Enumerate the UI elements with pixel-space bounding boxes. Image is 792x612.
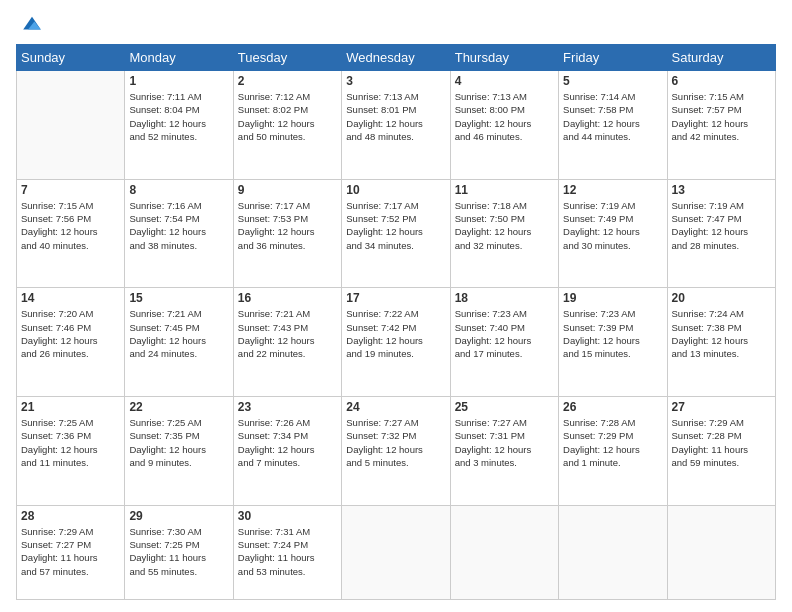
calendar-table: SundayMondayTuesdayWednesdayThursdayFrid…: [16, 44, 776, 600]
calendar-cell: 14Sunrise: 7:20 AM Sunset: 7:46 PM Dayli…: [17, 288, 125, 397]
calendar-cell: 26Sunrise: 7:28 AM Sunset: 7:29 PM Dayli…: [559, 397, 667, 506]
calendar-cell: 12Sunrise: 7:19 AM Sunset: 7:49 PM Dayli…: [559, 179, 667, 288]
calendar-cell: [559, 505, 667, 599]
calendar-cell: 2Sunrise: 7:12 AM Sunset: 8:02 PM Daylig…: [233, 71, 341, 180]
day-header: Monday: [125, 45, 233, 71]
calendar-cell: [17, 71, 125, 180]
day-info: Sunrise: 7:25 AM Sunset: 7:35 PM Dayligh…: [129, 416, 228, 469]
calendar-cell: [342, 505, 450, 599]
day-number: 19: [563, 291, 662, 305]
calendar-cell: 9Sunrise: 7:17 AM Sunset: 7:53 PM Daylig…: [233, 179, 341, 288]
day-number: 24: [346, 400, 445, 414]
day-number: 30: [238, 509, 337, 523]
day-info: Sunrise: 7:13 AM Sunset: 8:00 PM Dayligh…: [455, 90, 554, 143]
day-info: Sunrise: 7:13 AM Sunset: 8:01 PM Dayligh…: [346, 90, 445, 143]
week-row: 7Sunrise: 7:15 AM Sunset: 7:56 PM Daylig…: [17, 179, 776, 288]
day-header: Saturday: [667, 45, 775, 71]
calendar-cell: 27Sunrise: 7:29 AM Sunset: 7:28 PM Dayli…: [667, 397, 775, 506]
day-info: Sunrise: 7:15 AM Sunset: 7:56 PM Dayligh…: [21, 199, 120, 252]
day-info: Sunrise: 7:24 AM Sunset: 7:38 PM Dayligh…: [672, 307, 771, 360]
header: [16, 12, 776, 36]
day-number: 15: [129, 291, 228, 305]
calendar-cell: 28Sunrise: 7:29 AM Sunset: 7:27 PM Dayli…: [17, 505, 125, 599]
day-number: 16: [238, 291, 337, 305]
calendar-cell: 23Sunrise: 7:26 AM Sunset: 7:34 PM Dayli…: [233, 397, 341, 506]
calendar-cell: 29Sunrise: 7:30 AM Sunset: 7:25 PM Dayli…: [125, 505, 233, 599]
day-number: 23: [238, 400, 337, 414]
day-header: Wednesday: [342, 45, 450, 71]
day-number: 29: [129, 509, 228, 523]
day-number: 7: [21, 183, 120, 197]
day-info: Sunrise: 7:30 AM Sunset: 7:25 PM Dayligh…: [129, 525, 228, 578]
calendar-cell: 11Sunrise: 7:18 AM Sunset: 7:50 PM Dayli…: [450, 179, 558, 288]
calendar-cell: 5Sunrise: 7:14 AM Sunset: 7:58 PM Daylig…: [559, 71, 667, 180]
day-info: Sunrise: 7:29 AM Sunset: 7:28 PM Dayligh…: [672, 416, 771, 469]
calendar-cell: 1Sunrise: 7:11 AM Sunset: 8:04 PM Daylig…: [125, 71, 233, 180]
calendar-cell: 24Sunrise: 7:27 AM Sunset: 7:32 PM Dayli…: [342, 397, 450, 506]
day-number: 6: [672, 74, 771, 88]
day-info: Sunrise: 7:22 AM Sunset: 7:42 PM Dayligh…: [346, 307, 445, 360]
calendar-cell: 25Sunrise: 7:27 AM Sunset: 7:31 PM Dayli…: [450, 397, 558, 506]
calendar-cell: 7Sunrise: 7:15 AM Sunset: 7:56 PM Daylig…: [17, 179, 125, 288]
day-number: 8: [129, 183, 228, 197]
day-info: Sunrise: 7:16 AM Sunset: 7:54 PM Dayligh…: [129, 199, 228, 252]
day-info: Sunrise: 7:19 AM Sunset: 7:49 PM Dayligh…: [563, 199, 662, 252]
calendar-cell: 20Sunrise: 7:24 AM Sunset: 7:38 PM Dayli…: [667, 288, 775, 397]
calendar-cell: 19Sunrise: 7:23 AM Sunset: 7:39 PM Dayli…: [559, 288, 667, 397]
day-number: 28: [21, 509, 120, 523]
day-info: Sunrise: 7:29 AM Sunset: 7:27 PM Dayligh…: [21, 525, 120, 578]
day-number: 26: [563, 400, 662, 414]
day-info: Sunrise: 7:19 AM Sunset: 7:47 PM Dayligh…: [672, 199, 771, 252]
calendar-cell: 15Sunrise: 7:21 AM Sunset: 7:45 PM Dayli…: [125, 288, 233, 397]
day-number: 10: [346, 183, 445, 197]
day-number: 13: [672, 183, 771, 197]
calendar-cell: 17Sunrise: 7:22 AM Sunset: 7:42 PM Dayli…: [342, 288, 450, 397]
day-number: 12: [563, 183, 662, 197]
calendar-cell: 4Sunrise: 7:13 AM Sunset: 8:00 PM Daylig…: [450, 71, 558, 180]
day-header: Sunday: [17, 45, 125, 71]
day-info: Sunrise: 7:27 AM Sunset: 7:31 PM Dayligh…: [455, 416, 554, 469]
calendar-cell: 18Sunrise: 7:23 AM Sunset: 7:40 PM Dayli…: [450, 288, 558, 397]
day-info: Sunrise: 7:25 AM Sunset: 7:36 PM Dayligh…: [21, 416, 120, 469]
day-number: 20: [672, 291, 771, 305]
calendar-cell: 16Sunrise: 7:21 AM Sunset: 7:43 PM Dayli…: [233, 288, 341, 397]
calendar-cell: 10Sunrise: 7:17 AM Sunset: 7:52 PM Dayli…: [342, 179, 450, 288]
day-number: 9: [238, 183, 337, 197]
day-header: Thursday: [450, 45, 558, 71]
day-info: Sunrise: 7:27 AM Sunset: 7:32 PM Dayligh…: [346, 416, 445, 469]
calendar-cell: [667, 505, 775, 599]
day-info: Sunrise: 7:11 AM Sunset: 8:04 PM Dayligh…: [129, 90, 228, 143]
logo-icon: [20, 12, 44, 36]
week-row: 21Sunrise: 7:25 AM Sunset: 7:36 PM Dayli…: [17, 397, 776, 506]
page: SundayMondayTuesdayWednesdayThursdayFrid…: [0, 0, 792, 612]
day-info: Sunrise: 7:12 AM Sunset: 8:02 PM Dayligh…: [238, 90, 337, 143]
week-row: 14Sunrise: 7:20 AM Sunset: 7:46 PM Dayli…: [17, 288, 776, 397]
calendar-cell: 3Sunrise: 7:13 AM Sunset: 8:01 PM Daylig…: [342, 71, 450, 180]
day-number: 11: [455, 183, 554, 197]
day-info: Sunrise: 7:14 AM Sunset: 7:58 PM Dayligh…: [563, 90, 662, 143]
day-number: 27: [672, 400, 771, 414]
day-number: 3: [346, 74, 445, 88]
week-row: 28Sunrise: 7:29 AM Sunset: 7:27 PM Dayli…: [17, 505, 776, 599]
day-number: 5: [563, 74, 662, 88]
day-header: Tuesday: [233, 45, 341, 71]
day-info: Sunrise: 7:28 AM Sunset: 7:29 PM Dayligh…: [563, 416, 662, 469]
calendar-cell: 21Sunrise: 7:25 AM Sunset: 7:36 PM Dayli…: [17, 397, 125, 506]
week-row: 1Sunrise: 7:11 AM Sunset: 8:04 PM Daylig…: [17, 71, 776, 180]
day-info: Sunrise: 7:31 AM Sunset: 7:24 PM Dayligh…: [238, 525, 337, 578]
day-info: Sunrise: 7:15 AM Sunset: 7:57 PM Dayligh…: [672, 90, 771, 143]
day-info: Sunrise: 7:17 AM Sunset: 7:53 PM Dayligh…: [238, 199, 337, 252]
day-info: Sunrise: 7:21 AM Sunset: 7:43 PM Dayligh…: [238, 307, 337, 360]
day-number: 2: [238, 74, 337, 88]
day-header: Friday: [559, 45, 667, 71]
day-info: Sunrise: 7:20 AM Sunset: 7:46 PM Dayligh…: [21, 307, 120, 360]
logo: [16, 12, 44, 36]
calendar-cell: 30Sunrise: 7:31 AM Sunset: 7:24 PM Dayli…: [233, 505, 341, 599]
day-number: 25: [455, 400, 554, 414]
days-header-row: SundayMondayTuesdayWednesdayThursdayFrid…: [17, 45, 776, 71]
calendar-cell: 22Sunrise: 7:25 AM Sunset: 7:35 PM Dayli…: [125, 397, 233, 506]
day-number: 14: [21, 291, 120, 305]
day-info: Sunrise: 7:26 AM Sunset: 7:34 PM Dayligh…: [238, 416, 337, 469]
day-number: 4: [455, 74, 554, 88]
day-number: 17: [346, 291, 445, 305]
